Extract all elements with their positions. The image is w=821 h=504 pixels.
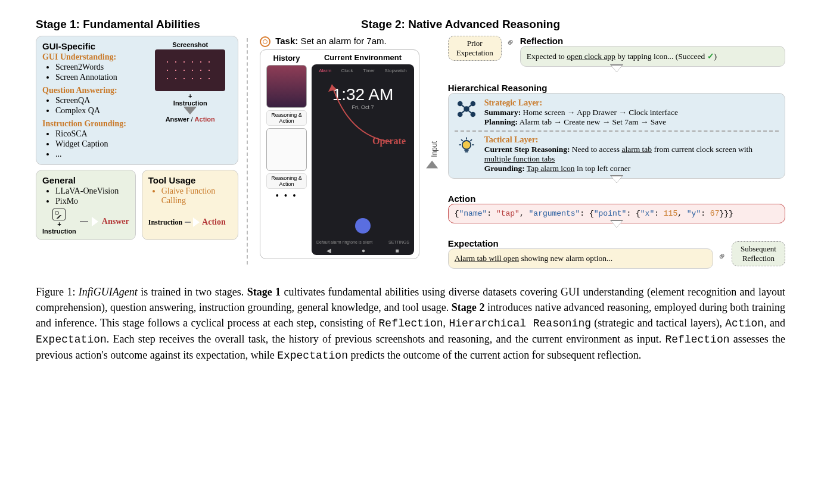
qa-list: ScreenQA Complex QA: [42, 96, 144, 116]
plus-label: +: [149, 92, 232, 99]
figure-caption: Figure 1: InfiGUIAgent is trained in two…: [36, 284, 785, 363]
list-item: Screen2Words: [55, 63, 144, 72]
reasoning-flow: Prior Expectation ⚭ Reflection Expected …: [448, 36, 785, 275]
prior-expectation-box: Prior Expectation: [448, 36, 502, 61]
list-item: Glaive Function Calling: [161, 186, 232, 206]
list-item: Widget Caption: [55, 139, 144, 149]
reasoning-action-label: Reasoning & Action: [266, 110, 307, 126]
right-arrow-icon: [193, 217, 200, 227]
list-item: Complex QA: [55, 106, 144, 116]
tool-out: Action: [202, 217, 226, 227]
history-thumb-2: [266, 128, 307, 171]
input-vertical-label: Input: [429, 141, 439, 169]
list-item: LLaVA-OneVision: [55, 186, 129, 196]
expectation-title: Expectation: [448, 238, 713, 248]
general-box: General LLaVA-OneVision PixMo + Instruct…: [36, 170, 136, 240]
grounding-list: RicoSCA Widget Caption ...: [42, 129, 144, 159]
subsequent-reflection-box: Subsequent Reflection: [732, 241, 785, 266]
lightbulb-icon: [455, 135, 478, 160]
grounding-head: Instruction Grounding:: [42, 119, 144, 129]
history-env-wrapper: Task: Set an alarm for 7am. History Reas…: [260, 36, 419, 275]
phone-date: Fri, Oct 7: [312, 104, 414, 110]
reflection-box: Expected to open clock app by tapping ic…: [520, 46, 785, 67]
instruction-label-2: Instruction: [42, 228, 76, 235]
svg-line-8: [467, 109, 473, 114]
phone-tab-timer: Timer: [363, 68, 375, 73]
stage-divider: [247, 38, 248, 265]
nav-recent-icon: ■: [396, 247, 399, 254]
tool-usage-box: Tool Usage Glaive Function Calling Instr…: [142, 170, 238, 240]
general-title: General: [42, 175, 129, 185]
tactical-head: Tactical Layer:: [484, 135, 779, 145]
screenshot-label: Screenshot: [149, 41, 232, 48]
figure-1: Stage 1: Fundamental Abilities GUI-Speci…: [36, 18, 785, 275]
chain-link-icon: ⚭: [714, 248, 730, 263]
fab-button: [355, 218, 371, 234]
reflection-title: Reflection: [520, 36, 785, 46]
phone-tab-stopwatch: Stopwatch: [384, 68, 406, 73]
strategic-head: Strategic Layer:: [484, 98, 779, 108]
desktop-screenshot-thumb: [155, 49, 225, 91]
answer-action-label: Answer / Action: [149, 116, 232, 123]
nav-back-icon: ◀: [326, 247, 331, 254]
expectation-box: Alarm tab will open showing new alarm op…: [448, 248, 713, 269]
down-arrow-icon: [611, 176, 622, 192]
history-env-panel: History Reasoning & Action Reasoning & A…: [260, 49, 419, 259]
right-arrow-icon: [428, 161, 437, 167]
target-icon: [260, 36, 270, 47]
svg-line-6: [467, 104, 473, 109]
task-bar: Task: Set an alarm for 7am.: [260, 36, 419, 47]
task-label: Task:: [275, 36, 298, 46]
list-item: PixMo: [55, 197, 129, 206]
list-item: ScreenQA: [55, 96, 144, 105]
phone-foot-left: Default alarm ringtone is silent: [316, 240, 372, 244]
svg-point-9: [462, 141, 470, 149]
check-icon: ✓: [707, 52, 714, 61]
action-title: Action: [448, 194, 785, 204]
phone-foot-right: SETTINGS: [388, 240, 409, 244]
stage-2-title: Stage 2: Native Advanced Reasoning: [361, 18, 785, 31]
down-arrow-icon: [611, 221, 622, 237]
stage-1-column: Stage 1: Fundamental Abilities GUI-Speci…: [36, 18, 238, 275]
env-head: Current Environment: [312, 54, 414, 62]
qa-head: Question Answering:: [42, 86, 144, 95]
hier-reasoning-box: Strategic Layer: Summary: Home screen → …: [448, 93, 785, 179]
stage-1-title: Stage 1: Fundamental Abilities: [36, 18, 238, 31]
down-arrow-icon: [185, 108, 195, 114]
list-item: ...: [55, 150, 144, 159]
chain-link-icon: ⚭: [503, 35, 518, 50]
phone-screenshot: Alarm Clock Timer Stopwatch 1:32 AM Fri,…: [312, 64, 414, 255]
task-text: Set an alarm for 7am.: [298, 36, 386, 46]
stage-2-column: Stage 2: Native Advanced Reasoning Task:…: [260, 18, 785, 275]
gui-understanding-list: Screen2Words Screen Annotation: [42, 63, 144, 82]
h-divider: [455, 130, 779, 132]
history-thumb-1: [266, 65, 307, 108]
svg-line-5: [460, 104, 467, 109]
operate-label: Operate: [372, 136, 406, 147]
instruction-label: Instruction: [149, 99, 232, 107]
general-out: Answer: [102, 217, 129, 226]
phone-time: 1:32 AM: [312, 85, 414, 104]
gui-specific-box: GUI-Specific GUI Understanding: Screen2W…: [36, 36, 238, 165]
list-item: Screen Annotation: [55, 73, 144, 82]
hier-title: Hierarchical Reasoning: [448, 83, 785, 93]
image-icon: [52, 209, 66, 220]
history-dots: • • •: [265, 191, 308, 201]
down-arrow-icon: [611, 66, 622, 81]
tool-title: Tool Usage: [148, 175, 232, 185]
plus-sign: +: [42, 220, 76, 228]
right-arrow-icon: [92, 217, 98, 226]
phone-tab-alarm: Alarm: [319, 68, 331, 73]
nav-home-icon: ●: [362, 247, 365, 254]
gui-specific-title: GUI-Specific: [42, 41, 144, 51]
phone-tab-clock: Clock: [341, 68, 353, 73]
tool-in: Instruction: [148, 218, 182, 227]
history-head: History: [265, 54, 308, 63]
reasoning-action-label: Reasoning & Action: [266, 173, 307, 189]
svg-line-7: [460, 109, 467, 114]
list-item: RicoSCA: [55, 129, 144, 139]
graph-icon: [455, 98, 478, 123]
gui-understanding-head: GUI Understanding:: [42, 52, 144, 62]
